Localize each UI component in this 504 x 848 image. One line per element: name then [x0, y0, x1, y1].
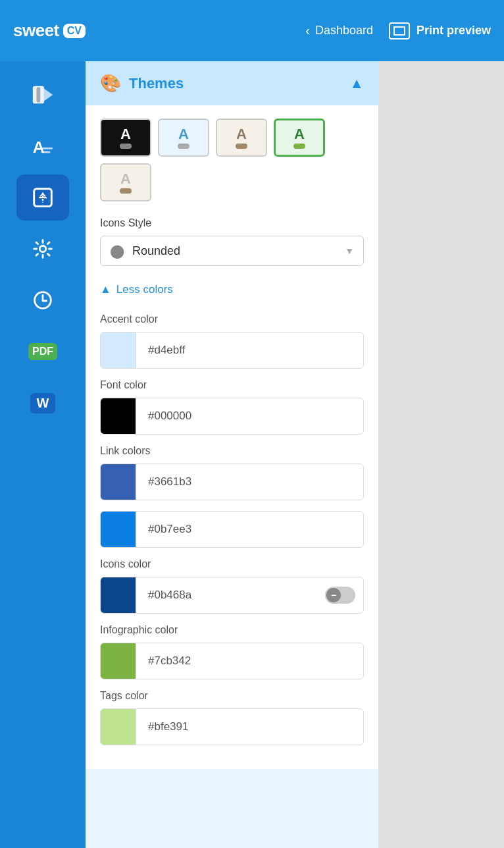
link-color2-swatch[interactable] [101, 512, 136, 547]
layout-icon [30, 185, 55, 210]
font-color-swatch[interactable] [101, 398, 136, 434]
swatch-inner-blue: A [159, 120, 208, 155]
themes-panel: 🎨 Themes ▲ A A [86, 61, 378, 848]
logo: sweet CV [13, 20, 86, 41]
dashboard-button[interactable]: ‹ Dashboard [305, 23, 373, 38]
sidebar: A [0, 61, 86, 848]
icons-toggle-switch[interactable]: − [325, 587, 355, 604]
sidebar-item-word[interactable]: W [16, 380, 69, 426]
link-color1-swatch[interactable] [101, 464, 136, 500]
accent-color-value: #d4ebff [136, 344, 363, 357]
icons-color-swatch[interactable] [101, 577, 136, 613]
infographic-color-swatch[interactable] [101, 643, 136, 679]
dashboard-label: Dashboard [315, 24, 373, 38]
print-preview-button[interactable]: Print preview [389, 22, 491, 40]
icons-color-value: #0b468a [136, 589, 325, 602]
theme-swatch-beige[interactable]: A [216, 119, 267, 157]
sidebar-item-pdf[interactable]: PDF [16, 329, 69, 375]
themes-title-group: 🎨 Themes [100, 73, 184, 93]
pdf-label: PDF [32, 346, 53, 358]
word-badge: W [30, 393, 56, 413]
theme-swatch-green[interactable]: A [274, 119, 325, 157]
less-colors-label: Less colors [116, 283, 173, 296]
palette-icon: 🎨 [100, 73, 121, 93]
pdf-badge: PDF [28, 343, 57, 360]
tags-color-row: #bfe391 [100, 708, 364, 745]
print-preview-label: Print preview [416, 24, 491, 38]
collapse-button[interactable]: ▲ [349, 75, 364, 92]
logo-text: sweet [13, 20, 59, 41]
toggle-knob: − [326, 588, 341, 602]
swatch-inner-green: A [276, 120, 323, 155]
themes-title: Themes [129, 75, 184, 92]
sidebar-item-layout[interactable] [16, 174, 69, 221]
link-color1-row: #3661b3 [100, 464, 364, 500]
sidebar-item-design[interactable] [16, 72, 69, 118]
history-icon [30, 288, 55, 313]
svg-rect-4 [41, 147, 53, 149]
dropdown-arrow-icon: ▼ [345, 246, 354, 256]
accent-color-label: Accent color [100, 313, 364, 325]
link-color2-row: #0b7ee3 [100, 511, 364, 548]
chevron-up-icon: ▲ [100, 283, 111, 296]
swatch-inner-beige: A [217, 120, 266, 155]
themes-header: 🎨 Themes ▲ [86, 61, 378, 105]
accent-color-row: #d4ebff [100, 332, 364, 369]
infographic-color-row: #7cb342 [100, 643, 364, 679]
word-label: W [37, 396, 49, 411]
less-colors-button[interactable]: ▲ Less colors [100, 279, 173, 300]
accent-color-swatch[interactable] [101, 332, 136, 368]
svg-rect-5 [41, 151, 50, 153]
infographic-color-value: #7cb342 [136, 654, 363, 668]
rounded-icon: ⬤ [110, 243, 124, 259]
svg-rect-1 [37, 88, 41, 103]
tags-color-value: #bfe391 [136, 720, 363, 733]
icons-color-row: #0b468a − [100, 577, 364, 614]
icons-style-label: Icons Style [100, 217, 364, 229]
sidebar-item-text[interactable]: A [16, 123, 69, 169]
app-header: sweet CV ‹ Dashboard Print preview [0, 0, 504, 61]
logo-badge: CV [63, 24, 86, 38]
main-layout: A [0, 61, 504, 848]
link-color1-value: #3661b3 [136, 475, 363, 489]
svg-marker-2 [44, 89, 53, 101]
tags-color-label: Tags color [100, 690, 364, 702]
infographic-color-label: Infographic color [100, 624, 364, 636]
settings-icon [30, 236, 55, 261]
chevron-left-icon: ‹ [305, 23, 310, 38]
header-actions: ‹ Dashboard Print preview [305, 22, 491, 40]
icons-color-label: Icons color [100, 558, 364, 570]
icons-color-toggle: − [325, 587, 363, 604]
theme-swatch-tan[interactable]: A [100, 163, 151, 201]
theme-swatch-dark[interactable]: A [100, 119, 151, 157]
preview-panel [378, 61, 504, 848]
link-color2-value: #0b7ee3 [136, 523, 363, 536]
themes-content: A A A [86, 105, 378, 769]
svg-point-7 [39, 246, 46, 252]
print-icon [389, 22, 410, 40]
sidebar-item-history[interactable] [16, 277, 69, 323]
tags-color-swatch[interactable] [101, 709, 136, 745]
font-color-row: #000000 [100, 398, 364, 435]
font-color-value: #000000 [136, 410, 363, 423]
icons-style-value: Rounded [132, 244, 345, 258]
theme-swatches-row: A A A [100, 119, 364, 201]
design-icon [30, 82, 55, 107]
swatch-inner-dark: A [101, 120, 150, 155]
theme-swatch-blue[interactable]: A [158, 119, 209, 157]
font-color-label: Font color [100, 379, 364, 391]
link-colors-label: Link colors [100, 445, 364, 457]
sidebar-item-settings[interactable] [16, 226, 69, 272]
toggle-minus-icon: − [331, 590, 336, 600]
text-icon: A [30, 134, 55, 159]
icons-style-dropdown[interactable]: ⬤ Rounded ▼ [100, 236, 364, 266]
swatch-inner-tan: A [101, 165, 150, 200]
